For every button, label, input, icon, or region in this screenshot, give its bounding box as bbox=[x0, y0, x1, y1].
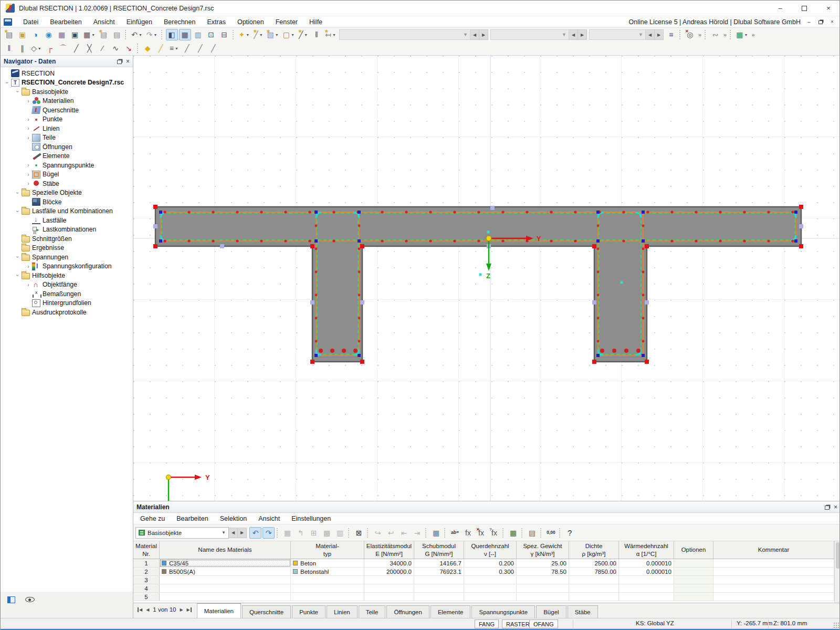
cell-rho[interactable]: 7850.00 bbox=[569, 568, 619, 575]
save-button[interactable]: ▣ bbox=[69, 29, 81, 40]
secondary-table-toggle[interactable]: ▥ bbox=[192, 29, 204, 40]
cell-nr[interactable]: 3 bbox=[133, 576, 160, 584]
cell-e[interactable]: 34000.0 bbox=[364, 559, 414, 567]
tree-item-lastfalle[interactable]: Lastfälle bbox=[1, 216, 133, 225]
cell-alpha[interactable]: 0.000010 bbox=[619, 568, 674, 575]
element-hatch-button-2[interactable]: ╱ bbox=[194, 43, 206, 54]
cell-e[interactable] bbox=[364, 593, 414, 601]
drawing-canvas[interactable]: Y Z Y Z bbox=[133, 56, 840, 501]
tree-item-querschnitte[interactable]: Querschnitte bbox=[1, 106, 133, 115]
toolbar-overflow-chevron[interactable]: » bbox=[751, 32, 754, 38]
cell-nr[interactable]: 2 bbox=[133, 568, 160, 575]
console-panel-toggle[interactable]: ⊡ bbox=[205, 29, 217, 40]
arc-three-points-button[interactable]: ↘ bbox=[123, 43, 135, 54]
tree-expander-icon[interactable]: › bbox=[25, 172, 32, 177]
combo-prev-button[interactable]: ◀ bbox=[569, 29, 578, 40]
tree-item-offnungen[interactable]: Öffnungen bbox=[1, 142, 133, 152]
new-opening-button[interactable]: ▢▼ bbox=[281, 29, 296, 40]
tab-stabe[interactable]: Stäbe bbox=[568, 605, 598, 618]
cell-kommentar[interactable] bbox=[713, 559, 834, 567]
tree-item-spannungskonfiguration[interactable]: ›Spannungskonfiguration bbox=[1, 262, 133, 271]
minimize-button[interactable]: – bbox=[768, 1, 792, 16]
tree-item-blocke[interactable]: Blöcke bbox=[1, 197, 133, 207]
table-settings-button[interactable]: ▦ bbox=[430, 527, 442, 539]
cell-kommentar[interactable] bbox=[713, 576, 834, 584]
tree-item-lastfalle-und-kombinationen[interactable]: ›Lastfälle und Kombinationen bbox=[1, 207, 133, 216]
mdi-minimize-button[interactable]: – bbox=[804, 18, 814, 26]
table-prev-button[interactable]: ◀ bbox=[229, 528, 238, 538]
table-group-combo[interactable]: Basisobjekte ▼ ◀ ▶ bbox=[135, 527, 247, 539]
toolbar-combobox[interactable]: ▼◀▶ bbox=[339, 29, 488, 40]
tree-item-spezielle-objekte[interactable]: ›Spezielle Objekte bbox=[1, 188, 133, 198]
rename-cells-button[interactable]: ab= bbox=[449, 527, 461, 539]
cell-optionen[interactable] bbox=[674, 568, 713, 575]
fx-search-button[interactable]: fx? bbox=[488, 527, 500, 539]
tree-item-basisobjekte[interactable]: ›Basisobjekte bbox=[1, 87, 133, 97]
tab-linien[interactable]: Linien bbox=[327, 605, 358, 618]
cell-e[interactable] bbox=[364, 584, 414, 592]
materials-menu-einstellungen[interactable]: Einstellungen bbox=[286, 513, 337, 524]
element-line-button[interactable]: ╱ bbox=[155, 43, 167, 54]
cell-gamma[interactable]: 25.00 bbox=[517, 559, 569, 567]
tree-item-hilfsobjekte[interactable]: ›Hilfsobjekte bbox=[1, 271, 133, 280]
cell-gamma[interactable] bbox=[517, 593, 569, 601]
mdi-close-button[interactable]: × bbox=[827, 18, 837, 26]
snap-toggle-fang[interactable]: FANG bbox=[475, 620, 499, 628]
toolbar-combobox-field[interactable]: ▼ bbox=[339, 29, 470, 40]
cell-typ[interactable]: Betonstahl bbox=[291, 568, 364, 575]
tree-item-spannungspunkte[interactable]: ›Spannungspunkte bbox=[1, 161, 133, 170]
cell-nu[interactable] bbox=[464, 576, 517, 584]
table-view-button[interactable]: ▦ bbox=[281, 527, 293, 539]
element-point-button[interactable]: ◆ bbox=[142, 43, 154, 54]
line-trim-button[interactable]: ╱ bbox=[70, 43, 82, 54]
menu-item-optionen[interactable]: Optionen bbox=[232, 16, 270, 28]
cell-name[interactable] bbox=[160, 584, 291, 592]
cell-optionen[interactable] bbox=[674, 576, 713, 584]
menu-item-einfugen[interactable]: Einfügen bbox=[121, 16, 158, 28]
snap-settings-button[interactable]: ∾ bbox=[709, 29, 721, 40]
new-report-button[interactable]: ▤★ bbox=[98, 29, 110, 40]
navigator-float-button[interactable] bbox=[117, 60, 122, 64]
stirrup-library-button[interactable]: ‖ bbox=[310, 29, 322, 40]
first-page-button[interactable]: ◀ bbox=[138, 607, 142, 612]
cell-gamma[interactable] bbox=[517, 584, 569, 592]
cell-e[interactable]: 200000.0 bbox=[364, 568, 414, 575]
navigator-panel-toggle[interactable]: ◧ bbox=[166, 29, 178, 40]
menu-item-berechnen[interactable]: Berechnen bbox=[158, 16, 201, 28]
line-divide-button[interactable]: ⁄ bbox=[97, 43, 109, 54]
open-file-button[interactable]: ▣ bbox=[16, 29, 28, 40]
menu-item-fenster[interactable]: Fenster bbox=[270, 16, 303, 28]
cell-kommentar[interactable] bbox=[713, 584, 834, 592]
table-scrollbar[interactable] bbox=[834, 541, 840, 603]
tree-item-lastkombinationen[interactable]: Lastkombinationen bbox=[1, 225, 133, 235]
menu-item-bearbeiten[interactable]: Bearbeiten bbox=[44, 16, 87, 28]
new-dimension-button[interactable]: ↤★▼ bbox=[323, 29, 338, 40]
cell-nu[interactable]: 0.300 bbox=[464, 568, 517, 575]
toolbar-combobox-field[interactable]: ▼ bbox=[589, 29, 646, 40]
tree-expander-icon[interactable]: › bbox=[25, 181, 32, 186]
tree-item-materialien[interactable]: ›Materialien bbox=[1, 97, 133, 106]
cell-typ[interactable] bbox=[291, 576, 364, 584]
undo-button[interactable]: ↶▼ bbox=[130, 29, 144, 40]
tab-spannungspunkte[interactable]: Spannungspunkte bbox=[471, 605, 535, 618]
cell-e[interactable] bbox=[364, 576, 414, 584]
cell-g[interactable] bbox=[414, 584, 464, 592]
cell-optionen[interactable] bbox=[674, 559, 713, 567]
cell-rho[interactable] bbox=[569, 584, 619, 592]
combo-prev-button[interactable]: ◀ bbox=[646, 29, 655, 40]
cell-optionen[interactable] bbox=[674, 584, 713, 592]
table-transfer-button[interactable]: ↰ bbox=[295, 527, 307, 539]
navigator-close-button[interactable]: × bbox=[126, 58, 130, 65]
decimal-places-button[interactable]: 0,00 bbox=[545, 527, 557, 539]
materials-menu-selektion[interactable]: Selektion bbox=[214, 513, 253, 524]
cell-rho[interactable] bbox=[569, 576, 619, 584]
materials-close-button[interactable]: × bbox=[834, 504, 837, 510]
cell-name[interactable] bbox=[160, 593, 291, 601]
tree-item-rsection-concrete-design7-rsc[interactable]: ›RSECTION_Concrete Design7.rsc bbox=[1, 78, 133, 88]
row-delete-button[interactable]: ↩ bbox=[385, 527, 397, 539]
fx-button[interactable]: fx bbox=[462, 527, 474, 539]
tab-offnungen[interactable]: Öffnungen bbox=[386, 605, 429, 618]
menu-item-extras[interactable]: Extras bbox=[201, 16, 231, 28]
toolbar-overflow-chevron[interactable]: » bbox=[723, 32, 727, 38]
tree-item-stabe[interactable]: ›Stäbe bbox=[1, 179, 133, 188]
